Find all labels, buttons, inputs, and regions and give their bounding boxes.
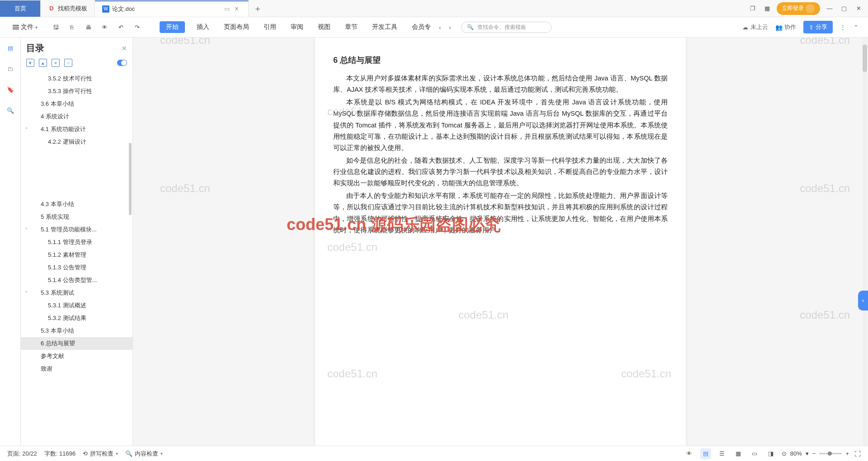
outline-rail-icon[interactable]: ▤ [5,43,15,53]
zoom-level[interactable]: 80% [790,450,802,457]
outline-item[interactable]: ˅5.3 系统测试 [21,287,132,299]
tab-close-icon[interactable]: ✕ [232,5,241,12]
close-icon[interactable]: ✕ [854,4,863,14]
tab-start[interactable]: 开始 [160,21,185,33]
share-button[interactable]: ⇪ 分享 [803,21,833,33]
grid-icon[interactable]: ▦ [762,4,772,14]
more-icon[interactable]: ⋮ [840,24,846,31]
chevron-down-icon[interactable]: ▾ [806,450,809,457]
outline-item[interactable]: 3.5.2 技术可行性 [21,72,132,85]
print-icon[interactable]: 🖶 [83,22,94,33]
page-indicator[interactable]: 页面: 20/22 [7,450,37,458]
outline-item-label: 5.3.2 测试结果 [48,314,86,322]
collapse-ribbon-icon[interactable]: ⌃ [854,24,859,31]
tab-template[interactable]: D 找稻壳模板 [41,0,95,17]
outline-item[interactable]: 4 系统设计 [21,110,132,123]
ribbon-scroll-left[interactable]: ‹ [436,24,443,31]
outline-add-icon[interactable]: + [52,59,60,67]
tab-settings-icon[interactable]: ▭ [224,5,230,12]
web-view-icon[interactable]: ▦ [733,448,744,459]
tab-chapter[interactable]: 章节 [342,21,360,33]
outline-item[interactable]: 6 总结与展望 [21,337,132,350]
cloud-status[interactable]: ☁ 未上云 [742,23,768,31]
maximize-icon[interactable]: ▢ [839,4,849,14]
outline-item[interactable]: 3.5.3 操作可行性 [21,85,132,98]
ribbon-scroll-right[interactable]: › [446,24,453,31]
outline-item[interactable]: 5.1.4 公告类型管... [21,274,132,287]
window-controls: ❐ ▦ 立即登录 — ▢ ✕ [748,2,868,15]
folder-rail-icon[interactable]: 🗀 [5,64,15,74]
outline-item[interactable]: 3.6 本章小结 [21,98,132,110]
chevron-down-icon[interactable]: ˅ [25,291,28,296]
outline-item[interactable]: ˅4.1 系统功能设计 [21,123,132,136]
chevron-down-icon: ▾ [116,451,118,456]
outline-item[interactable]: 参考文献 [21,350,132,362]
outline-title: 目录 [26,42,44,54]
chevron-down-icon[interactable]: ˅ [25,127,28,132]
feedback-tab[interactable]: ‹ [858,291,868,310]
outline-item[interactable]: 致谢 [21,362,132,375]
new-tab-button[interactable]: ＋ [249,3,267,14]
outline-list[interactable]: 3.5.2 技术可行性3.5.3 操作可行性3.6 本章小结4 系统设计˅4.1… [21,71,132,446]
document-area[interactable]: 📄 6 总结与展望 本文从用户对多媒体素材库的实际需求出发，设计本系统总体功能，… [133,38,868,446]
save-icon[interactable]: 🖫 [50,22,61,33]
chevron-down-icon[interactable]: ˅ [25,227,28,232]
sidepane-view-icon[interactable]: ◨ [765,448,776,459]
bookmark-rail-icon[interactable]: 🔖 [5,85,15,94]
outline-item[interactable]: 4.3 本章小结 [21,198,132,211]
outline-item[interactable]: 5.1.2 素材管理 [21,249,132,261]
tab-insert[interactable]: 插入 [194,21,212,33]
outline-item[interactable]: 5.3 本章小结 [21,325,132,337]
tab-member[interactable]: 会员专 [409,21,434,33]
outline-expand-all-icon[interactable]: ▴ [39,59,47,67]
collab-button[interactable]: 👥 协作 [775,23,796,31]
outline-view-icon[interactable]: ☰ [717,448,727,459]
tab-home[interactable]: 首页 [0,0,41,17]
outline-item[interactable]: 5.1.3 公告管理 [21,261,132,274]
outline-scrollbar[interactable] [129,143,132,215]
outline-item[interactable]: 5 系统实现 [21,211,132,223]
search-box[interactable]: 🔍 查找命令、搜索模板 [461,22,552,33]
paragraph-4: 由于本人的专业能力和知识水平有限，本系统可能存在一定的局限性，比如系统处理能力、… [333,190,668,236]
tab-layout[interactable]: 页面布局 [221,21,252,33]
outline-item-label: 5.3 本章小结 [41,327,74,335]
tab-view[interactable]: 视图 [315,21,333,33]
tab-refs[interactable]: 引用 [261,21,279,33]
outline-close-icon[interactable]: ✕ [122,45,127,52]
zoom-out-icon[interactable]: − [812,450,816,457]
zoom-in-icon[interactable]: + [845,450,849,457]
file-menu[interactable]: 文件 ▾ [9,23,41,31]
login-button[interactable]: 立即登录 [777,2,820,15]
outline-item-label: 4 系统设计 [41,113,69,121]
redo-icon[interactable]: ↷ [132,22,142,33]
outline-item[interactable]: 5.1.1 管理员登录 [21,236,132,249]
tab-document[interactable]: W 论文.doc ▭ ✕ [95,0,249,17]
content-check-button[interactable]: 🔍 内容检查 ▾ [125,450,163,458]
fullscreen-icon[interactable]: ⛶ [854,450,861,457]
minimize-icon[interactable]: — [825,4,835,14]
page-view-icon[interactable]: ▤ [700,448,711,459]
zoom-reset-icon[interactable]: ⊙ [782,450,787,457]
outline-item[interactable]: ˅5.1 管理员功能模块... [21,223,132,236]
tab-devtools[interactable]: 开发工具 [369,21,400,33]
word-count[interactable]: 字数: 11696 [44,450,75,458]
outline-item[interactable]: 5.3.2 测试结果 [21,312,132,325]
export-icon[interactable]: ⎘ [66,22,77,33]
reading-view-icon[interactable]: ▭ [749,448,760,459]
search-rail-icon[interactable]: 🔍 [5,105,15,115]
spell-check-button[interactable]: ⟲ 拼写检查 ▾ [83,450,118,458]
focus-mode-icon[interactable]: 👁 [684,448,695,459]
zoom-slider[interactable] [819,453,842,454]
outline-remove-icon[interactable]: − [64,59,72,67]
outline-item[interactable]: 4.2.2 逻辑设计 [21,136,132,148]
vertical-scrollbar[interactable] [863,38,867,446]
tab-review[interactable]: 审阅 [288,21,306,33]
layout1-icon[interactable]: ❐ [748,4,758,14]
outline-item-label: 6 总结与展望 [41,339,75,348]
outline-item[interactable]: 5.3.1 测试概述 [21,299,132,312]
file-menu-label: 文件 [21,23,33,31]
undo-icon[interactable]: ↶ [115,22,126,33]
preview-icon[interactable]: 👁 [99,22,110,33]
outline-collapse-all-icon[interactable]: ▾ [26,59,34,67]
outline-toggle[interactable] [117,60,127,66]
